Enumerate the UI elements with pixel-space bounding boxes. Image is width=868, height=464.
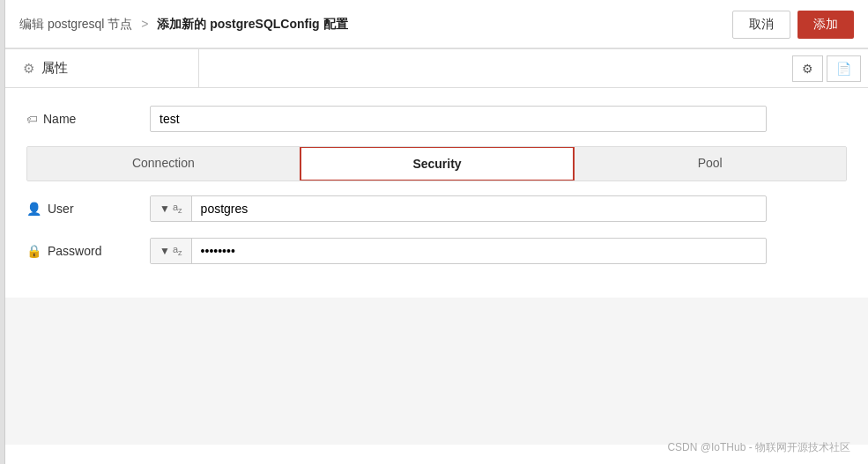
user-label: 👤 User [26, 202, 150, 216]
user-icon: 👤 [26, 202, 41, 216]
tag-icon: 🏷 [26, 113, 38, 126]
document-icon-button[interactable]: 📄 [827, 55, 861, 82]
form-area: 🏷 Name Connection Security Pool [5, 88, 868, 298]
tab-pool[interactable]: Pool [574, 147, 846, 180]
properties-tab[interactable]: ⚙ 属性 [5, 49, 199, 87]
user-input[interactable] [192, 196, 766, 221]
properties-label: 属性 [41, 60, 68, 77]
password-row: 🔒 Password ▼ az [26, 238, 847, 264]
add-button[interactable]: 添加 [798, 11, 854, 39]
password-label-text: Password [48, 244, 101, 258]
footer-text: CSDN @IoTHub - 物联网开源技术社区 [667, 441, 850, 453]
dropdown-icon: ▼ [160, 203, 170, 215]
header-buttons: 取消 添加 [732, 11, 854, 39]
lock-icon: 🔒 [26, 244, 41, 258]
user-type-selector[interactable]: ▼ az [151, 196, 192, 220]
user-field-control: ▼ az [150, 195, 767, 222]
password-field-control: ▼ az [150, 238, 767, 264]
section-header-icons: ⚙ 📄 [199, 55, 868, 82]
dropdown-icon-pw: ▼ [160, 245, 170, 257]
user-label-text: User [48, 202, 74, 216]
breadcrumb-separator: > [141, 17, 148, 31]
sub-tabs: Connection Security Pool [26, 146, 847, 181]
page-footer: CSDN @IoTHub - 物联网开源技术社区 [667, 440, 850, 455]
left-sidebar [0, 0, 5, 464]
tab-connection[interactable]: Connection [27, 147, 300, 180]
az-icon-pw: az [173, 244, 182, 257]
gear-icon: ⚙ [23, 61, 34, 77]
password-input[interactable] [192, 239, 766, 263]
main-content: ⚙ 属性 ⚙ 📄 🏷 Name [5, 48, 868, 445]
user-row: 👤 User ▼ az [26, 195, 847, 222]
name-label: 🏷 Name [26, 112, 150, 126]
name-input[interactable] [150, 106, 767, 132]
section-header: ⚙ 属性 ⚙ 📄 [5, 48, 868, 88]
name-label-text: Name [43, 112, 76, 126]
tab-security[interactable]: Security [300, 146, 575, 181]
breadcrumb-link[interactable]: 编辑 postgresql 节点 [19, 17, 132, 31]
cancel-button[interactable]: 取消 [732, 11, 790, 39]
password-type-selector[interactable]: ▼ az [151, 239, 192, 262]
breadcrumb-bar: 编辑 postgresql 节点 > 添加新的 postgreSQLConfig… [5, 0, 868, 48]
password-label: 🔒 Password [26, 244, 150, 258]
section-header-right: ⚙ 📄 [199, 55, 868, 82]
name-row: 🏷 Name [26, 106, 847, 132]
settings-icon-button[interactable]: ⚙ [792, 55, 823, 82]
breadcrumb-current: 添加新的 postgreSQLConfig 配置 [157, 17, 347, 31]
az-icon-user: az [173, 202, 182, 215]
breadcrumb: 编辑 postgresql 节点 > 添加新的 postgreSQLConfig… [19, 17, 348, 33]
